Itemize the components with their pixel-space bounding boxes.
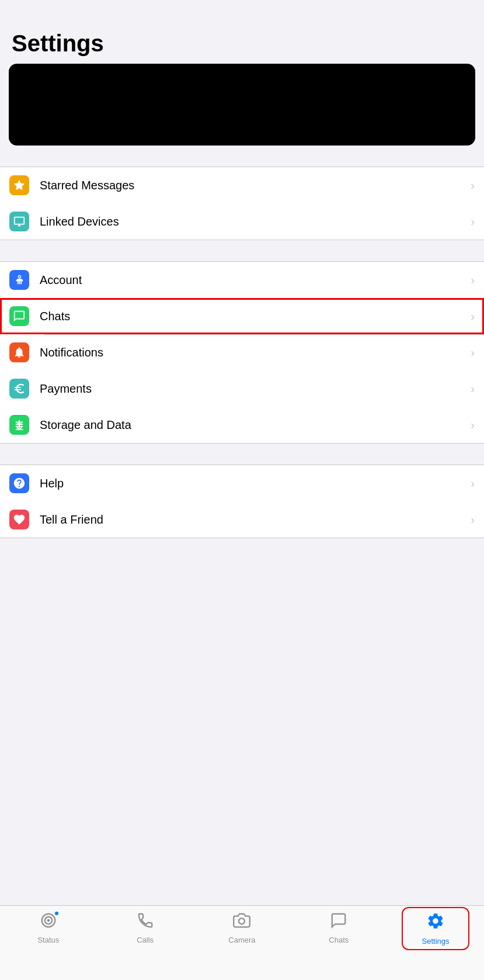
section-support: Help › Tell a Friend ›	[0, 465, 484, 538]
chats-tab-label: Chats	[329, 936, 349, 944]
status-tab-label: Status	[37, 936, 59, 944]
status-tab-icon	[40, 912, 57, 933]
help-icon	[9, 473, 29, 493]
chats-icon	[9, 306, 29, 326]
settings-tab-icon	[426, 912, 445, 934]
account-chevron: ›	[471, 273, 475, 287]
tell-friend-chevron: ›	[471, 513, 475, 527]
settings-item-account[interactable]: Account ›	[0, 262, 484, 298]
page-header: Settings	[0, 0, 484, 64]
tab-bar: Status Calls Camera Chats	[0, 905, 484, 980]
tab-camera[interactable]: Camera	[213, 912, 271, 944]
settings-item-storage-data[interactable]: Storage and Data ›	[0, 407, 484, 443]
storage-data-chevron: ›	[471, 418, 475, 432]
payments-chevron: ›	[471, 382, 475, 396]
section-gap-5	[0, 559, 484, 580]
settings-item-chats[interactable]: Chats ›	[0, 298, 484, 334]
tell-friend-icon	[9, 510, 29, 529]
svg-point-5	[48, 920, 50, 922]
storage-data-icon	[9, 415, 29, 435]
svg-point-6	[239, 918, 245, 924]
page-title: Settings	[12, 30, 472, 57]
chats-label: Chats	[40, 310, 471, 323]
help-label: Help	[40, 477, 471, 490]
section-gap-4	[0, 538, 484, 559]
starred-messages-chevron: ›	[471, 179, 475, 192]
section-gap-1	[0, 146, 484, 167]
settings-item-help[interactable]: Help ›	[0, 465, 484, 501]
tell-friend-label: Tell a Friend	[40, 513, 471, 527]
account-label: Account	[40, 273, 471, 287]
notifications-chevron: ›	[471, 346, 475, 359]
starred-messages-label: Starred Messages	[40, 179, 471, 192]
starred-messages-icon	[9, 175, 29, 195]
settings-tab-label: Settings	[422, 937, 450, 946]
account-icon	[9, 270, 29, 290]
section-quick: Starred Messages › Linked Devices ›	[0, 167, 484, 240]
profile-banner[interactable]	[9, 64, 475, 146]
settings-item-notifications[interactable]: Notifications ›	[0, 334, 484, 370]
settings-item-starred-messages[interactable]: Starred Messages ›	[0, 167, 484, 203]
chats-tab-icon	[330, 912, 347, 933]
camera-tab-icon	[233, 912, 250, 933]
calls-tab-label: Calls	[137, 936, 154, 944]
settings-item-tell-friend[interactable]: Tell a Friend ›	[0, 501, 484, 538]
settings-item-linked-devices[interactable]: Linked Devices ›	[0, 203, 484, 240]
svg-rect-0	[16, 424, 23, 425]
camera-tab-label: Camera	[228, 936, 255, 944]
section-gap-2	[0, 240, 484, 261]
status-dot	[54, 910, 60, 916]
section-gap-3	[0, 444, 484, 465]
notifications-label: Notifications	[40, 346, 471, 359]
svg-rect-1	[16, 426, 23, 427]
payments-icon	[9, 379, 29, 399]
linked-devices-chevron: ›	[471, 215, 475, 228]
chats-chevron: ›	[471, 310, 475, 323]
svg-rect-2	[16, 422, 23, 423]
tab-settings[interactable]: Settings	[406, 912, 465, 946]
section-main: Account › Chats › Notifications › Paymen…	[0, 261, 484, 444]
notifications-icon	[9, 342, 29, 362]
tab-status[interactable]: Status	[19, 912, 78, 944]
calls-tab-icon	[137, 912, 154, 933]
settings-item-payments[interactable]: Payments ›	[0, 370, 484, 407]
payments-label: Payments	[40, 382, 471, 396]
help-chevron: ›	[471, 477, 475, 490]
tab-chats[interactable]: Chats	[309, 912, 368, 944]
tab-calls[interactable]: Calls	[116, 912, 175, 944]
linked-devices-label: Linked Devices	[40, 215, 471, 228]
storage-data-label: Storage and Data	[40, 418, 471, 432]
linked-devices-icon	[9, 212, 29, 231]
